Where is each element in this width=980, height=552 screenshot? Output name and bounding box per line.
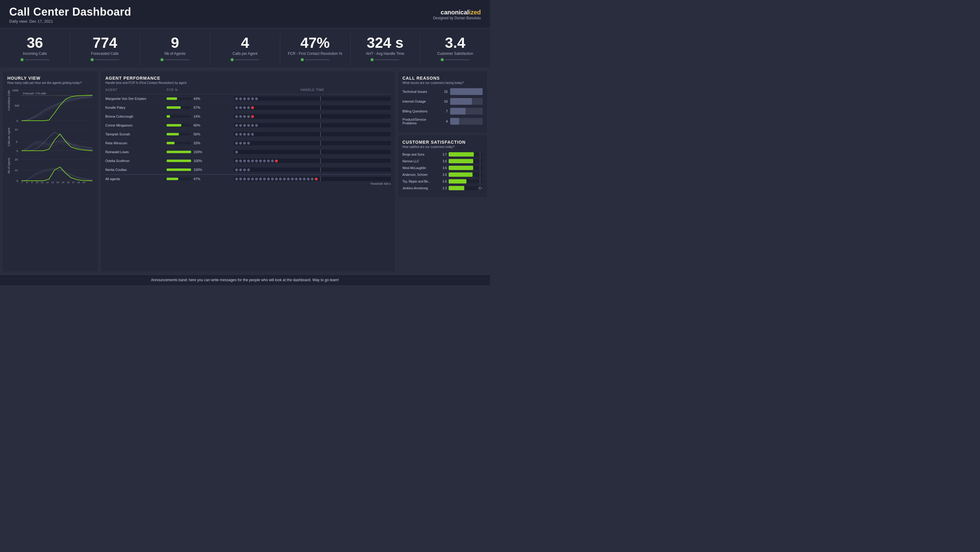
handle-dot-3-4 — [251, 124, 254, 127]
handle-dot-7-6 — [259, 160, 262, 162]
fcr-pct-4: 50% — [194, 132, 204, 136]
fcr-bar-fill-7 — [167, 160, 191, 162]
handle-dot-3-5 — [255, 124, 258, 127]
csat-bar-bg-4 — [449, 179, 483, 183]
handle-dot-1-1 — [239, 106, 242, 109]
kpi-dot-4 — [301, 58, 304, 61]
kpi-line-1 — [95, 59, 119, 60]
cr-count-2: 7 — [442, 109, 448, 113]
svg-text:7: 7 — [21, 181, 23, 184]
kpi-line-5 — [375, 59, 399, 60]
fcr-cell-9: 47% — [167, 177, 234, 181]
fcr-bar-bg-8 — [167, 169, 191, 171]
agent-name-4: Tamqrah Scorah — [105, 132, 167, 136]
handle-track-1 — [234, 105, 391, 110]
cr-count-1: 10 — [442, 100, 448, 103]
agent-row-8: Nerita Coultas 100% — [105, 165, 391, 174]
handle-dot-7-0 — [235, 160, 238, 162]
handle-cell-1 — [234, 105, 391, 110]
csat-name-5: Jenkins-Armstrong — [402, 186, 438, 190]
agent-row-3: Corine Mingasson 60% — [105, 121, 391, 130]
csat-bar-fill-1 — [449, 159, 473, 163]
threshold-line-4 — [320, 132, 321, 136]
call-reason-row-2: Billing Questions 7 — [402, 108, 483, 115]
handle-track-6 — [234, 150, 391, 154]
kpi-line-6 — [445, 59, 469, 60]
csat-title: CUSTOMER SATISFACTION — [402, 140, 483, 145]
handle-cell-4 — [234, 132, 391, 136]
cr-count-0: 15 — [442, 90, 448, 94]
handle-dot-9-4 — [251, 178, 254, 180]
csat-row-2: West-McLaughlin 3.6 — [402, 166, 483, 170]
csat-bar-fill-3 — [449, 172, 473, 177]
kpi-line-3 — [235, 59, 259, 60]
cr-name-2: Billing Questions — [402, 109, 439, 113]
cr-count-3: 4 — [442, 119, 448, 123]
hourly-view-panel: HOURLY VIEW How many calls per hour are … — [3, 72, 98, 271]
csat-bar-fill-5 — [449, 186, 464, 190]
fcr-pct-8: 100% — [194, 168, 204, 172]
agent-name-9: All agents — [105, 177, 167, 181]
handle-dot-9-7 — [263, 178, 266, 180]
handle-dot-2-2 — [243, 115, 246, 118]
handle-dot-8-1 — [239, 169, 242, 171]
kpi-value-0: 36 — [3, 35, 67, 50]
col-fcr: FCR % — [167, 88, 234, 92]
fcr-bar-bg-6 — [167, 151, 191, 153]
svg-text:18: 18 — [77, 181, 80, 184]
kpi-label-6: Customer Satisfaction — [423, 51, 487, 56]
fcr-bar-fill-1 — [167, 106, 181, 109]
handle-dot-9-1 — [239, 178, 242, 180]
kpi-dot-6 — [441, 58, 444, 61]
header-right: canonicalized Designed by Dorian Banutoi… — [433, 9, 481, 20]
handle-dot-7-3 — [247, 160, 250, 162]
fcr-bar-bg-0 — [167, 97, 191, 100]
kpi-label-3: Calls per Agent — [213, 51, 277, 56]
handle-cell-6 — [234, 150, 391, 154]
header-left: Call Center Dashboard Daily view: Dec 17… — [9, 5, 131, 24]
kpi-indicator-6 — [423, 58, 487, 61]
call-reason-row-3: Product/Service Problems 4 — [402, 118, 483, 125]
kpi-row: 36 Incoming Calls 774 Forecasted Calls 9… — [0, 28, 490, 68]
csat-threshold-2 — [480, 166, 480, 170]
threshold-line-9 — [320, 177, 321, 181]
csat-val-1: 3.6 — [439, 160, 447, 163]
threshold-line-2 — [320, 114, 321, 119]
cpa-chart-svg: 10 5 0 — [12, 126, 92, 154]
cr-bar-fill-0 — [450, 88, 483, 95]
fcr-cell-3: 60% — [167, 124, 234, 127]
agent-row-0: Margarete Von Der Empten 43% — [105, 94, 391, 103]
handle-dot-4-3 — [247, 133, 250, 136]
csat-val-3: 3.5 — [439, 173, 447, 177]
fcr-pct-0: 43% — [194, 97, 204, 100]
kpi-value-6: 3.4 — [423, 35, 487, 50]
fcr-bar-bg-2 — [167, 115, 191, 118]
fcr-pct-2: 14% — [194, 115, 204, 118]
svg-text:8: 8 — [26, 181, 28, 184]
fcr-pct-9: 47% — [194, 177, 204, 181]
handle-cell-5 — [234, 141, 391, 145]
cr-bar-fill-2 — [450, 108, 466, 115]
handle-dot-1-3 — [247, 106, 250, 109]
designer-credit: Designed by Dorian Banutoiu — [433, 16, 481, 20]
handle-dot-4-2 — [243, 133, 246, 136]
kpi-value-1: 774 — [73, 35, 137, 50]
handle-dot-8-3 — [247, 169, 250, 171]
agent-row-4: Tamqrah Scorah 50% — [105, 130, 391, 139]
call-reasons-subtitle: What issues are our customers facing tod… — [402, 81, 483, 84]
agent-name-6: Reinwald Lowis — [105, 150, 167, 154]
handle-dot-9-13 — [287, 178, 290, 180]
kpi-item-3: 4 Calls per Agent — [210, 34, 280, 65]
cr-bar-bg-3 — [450, 118, 483, 125]
agent-table: AGENT FCR % HANDLE TIME Margarete Von De… — [105, 88, 391, 183]
svg-text:19: 19 — [83, 181, 85, 184]
handle-dot-5-3 — [247, 142, 250, 145]
kpi-value-2: 9 — [143, 35, 207, 50]
csat-bar-bg-3 — [449, 172, 483, 177]
csat-threshold-1 — [480, 159, 480, 163]
y-axis-cpa: Calls per Agent — [7, 128, 12, 146]
handle-dot-9-16 — [299, 178, 302, 180]
call-reasons-panel: CALL REASONS What issues are our custome… — [398, 72, 487, 132]
kpi-dot-0 — [21, 58, 24, 61]
csat-threshold-4 — [480, 179, 480, 183]
